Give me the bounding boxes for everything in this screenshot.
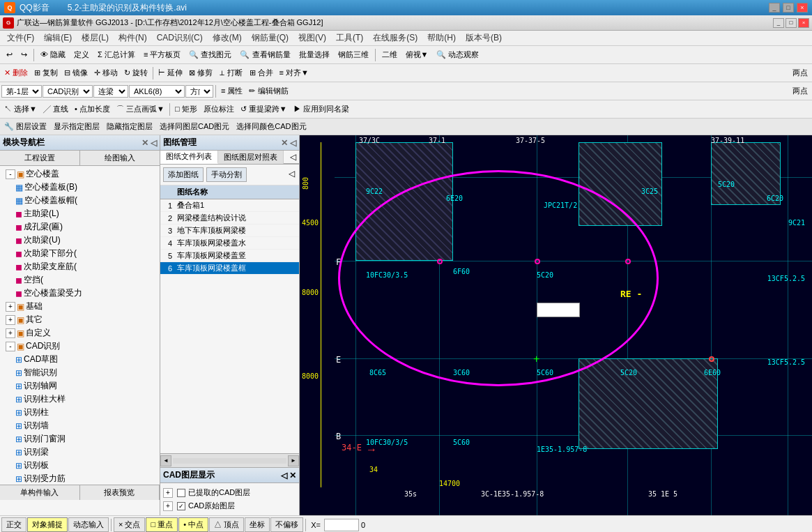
btn-midpoint[interactable]: • 中点: [178, 517, 208, 532]
toolbar-define[interactable]: 定义: [70, 47, 93, 62]
expand-cad-id[interactable]: -: [6, 342, 15, 351]
expand-extracted[interactable]: +: [163, 488, 173, 498]
layer-select-same[interactable]: 选择同图层CAD图元: [157, 120, 232, 133]
cad-id-select[interactable]: CAD识别: [43, 85, 93, 98]
btn-orthogonal[interactable]: 正交: [1, 517, 26, 532]
toolbar-redo[interactable]: ↪: [17, 48, 31, 61]
toolbar-2d[interactable]: 二维: [378, 47, 401, 62]
toolbar-view-rebar[interactable]: 🔍 查看钢筋量: [236, 47, 293, 62]
layer-select-color[interactable]: 选择同颜色CAD图元: [233, 120, 309, 133]
tab-file-list[interactable]: 图纸文件列表: [160, 151, 218, 164]
tree-item-id-door[interactable]: ⊞ 识别门窗洞: [1, 432, 158, 446]
toolbar-undo[interactable]: ↩: [3, 48, 16, 61]
expand-others[interactable]: +: [6, 315, 15, 325]
beam-id-select[interactable]: AKL6(8): [129, 85, 185, 98]
layer-select[interactable]: 第-1层: [1, 85, 42, 98]
toolbar-floor-plan[interactable]: ≡ 平方板页: [140, 47, 184, 62]
layer-settings[interactable]: 🔧 图层设置: [1, 120, 49, 133]
app-maximize-btn[interactable]: □: [786, 18, 797, 28]
beam-type-select[interactable]: 连梁: [93, 85, 128, 98]
scroll-right[interactable]: ►: [288, 455, 299, 466]
toolbar-view-mode[interactable]: 俯视▼: [402, 47, 432, 62]
nav-draw-input[interactable]: 绘图输入: [80, 151, 160, 165]
app-close-btn[interactable]: ×: [798, 18, 809, 28]
toolbar-two-pts[interactable]: 两点: [790, 66, 811, 79]
drawing-row-6[interactable]: 6 车库顶板网梁楼盖框: [160, 262, 299, 275]
tree-item-foundation[interactable]: + ▣ 基础: [1, 300, 158, 313]
toolbar-move[interactable]: ✛ 移动: [91, 66, 121, 79]
nav-eng-settings[interactable]: 工程设置: [0, 151, 80, 165]
tree-item-board[interactable]: ▦ 空心楼盖板(B): [1, 181, 158, 194]
cad-layer-original[interactable]: + ✓ CAD原始图层: [163, 499, 296, 512]
tree-item-sub-beam-seat[interactable]: ◼ 次助梁支座筋(: [1, 260, 158, 273]
tree-item-main-beam[interactable]: ◼ 主助梁(L): [1, 207, 158, 220]
menu-file[interactable]: 文件(F): [3, 31, 38, 45]
menu-help[interactable]: 帮助(H): [423, 31, 460, 45]
toolbar-extend[interactable]: ⊢ 延伸: [155, 66, 185, 79]
checkbox-extracted[interactable]: [177, 489, 185, 497]
expand-foundation[interactable]: +: [6, 302, 15, 312]
menu-component[interactable]: 构件(N): [114, 31, 151, 45]
nav-tree[interactable]: - ▣ 空心楼盖 ▦ 空心楼盖板(B) ▦ 空心楼盖板帽( ◼ 主助梁(L): [0, 166, 160, 485]
draw-line[interactable]: ╱ 直线: [40, 102, 71, 116]
expand-original[interactable]: +: [163, 501, 173, 511]
drawing-row-5[interactable]: 5 车库顶板网梁楼盖竖: [160, 250, 299, 262]
checkbox-original[interactable]: ✓: [177, 502, 185, 510]
draw-apply-same[interactable]: ▶ 应用到同名梁: [291, 102, 352, 116]
menu-online[interactable]: 在线服务(S): [369, 31, 422, 45]
manual-split-btn[interactable]: 手动分割: [206, 167, 247, 182]
drawing-mgr-close[interactable]: ✕ ◁: [281, 138, 296, 148]
toolbar-align[interactable]: ≡ 对齐▼: [277, 66, 312, 79]
tab-layer-map[interactable]: 图纸图层对照表: [218, 151, 284, 164]
direction-select[interactable]: 方向: [185, 85, 213, 98]
draw-rect[interactable]: □ 矩形: [172, 102, 200, 116]
drawing-row-4[interactable]: 4 车库顶板网梁楼盖水: [160, 237, 299, 250]
add-drawing-btn[interactable]: 添加图纸: [163, 167, 204, 182]
toolbar-sigma[interactable]: Σ 汇总计算: [94, 47, 139, 62]
menu-floor[interactable]: 楼层(L): [77, 31, 113, 45]
tree-item-hole-beam[interactable]: ◼ 成孔梁(匾): [1, 220, 158, 234]
minimize-btn[interactable]: _: [769, 3, 780, 13]
maximize-btn[interactable]: □: [783, 3, 794, 13]
toolbar-two-pts2[interactable]: 两点: [790, 84, 811, 98]
tree-item-rebar[interactable]: ◼ 空心楼盖梁受力: [1, 287, 158, 300]
tree-item-id-beam[interactable]: ⊞ 识别梁: [1, 446, 158, 459]
menu-edit[interactable]: 编辑(E): [40, 31, 76, 45]
cad-layer-expand[interactable]: ◁ ✕: [281, 471, 296, 480]
tree-item-gap[interactable]: ◼ 空挡(: [1, 273, 158, 287]
btn-intersection[interactable]: × 交点: [114, 517, 145, 532]
menu-version[interactable]: 版本号(B): [461, 31, 506, 45]
btn-coords[interactable]: 坐标: [245, 517, 270, 532]
app-minimize-btn[interactable]: _: [773, 18, 784, 28]
tree-item-custom[interactable]: + ▣ 自定义: [1, 326, 158, 340]
tree-item-others[interactable]: + ▣ 其它: [1, 313, 158, 326]
scroll-left[interactable]: ◄: [160, 455, 171, 466]
draw-select[interactable]: ↖ 选择▼: [1, 102, 40, 116]
toolbar-edit-rebar[interactable]: ✏ 编辑钢筋: [246, 84, 291, 98]
tree-item-kongxin[interactable]: - ▣ 空心楼盖: [1, 167, 158, 181]
btn-endpoint[interactable]: □ 重点: [146, 517, 178, 532]
tree-item-id-col[interactable]: ⊞ 识别柱: [1, 406, 158, 419]
toolbar-rotate[interactable]: ↻ 旋转: [121, 66, 151, 79]
btn-dynamic-input[interactable]: 动态输入: [68, 517, 109, 532]
draw-arc[interactable]: ⌒ 三点画弧▼: [114, 102, 167, 116]
tree-item-board-cap[interactable]: ▦ 空心楼盖板帽(: [1, 194, 158, 207]
drawing-scrollbar[interactable]: ◄ ►: [160, 453, 299, 467]
drawing-actions-expand[interactable]: ◁: [287, 167, 296, 182]
tree-item-id-rebar[interactable]: ⊞ 识别受力筋: [1, 472, 158, 485]
toolbar-dynamic-view[interactable]: 🔍 动态观察: [433, 47, 482, 62]
tree-item-id-axis[interactable]: ⊞ 识别轴网: [1, 379, 158, 393]
toolbar-delete[interactable]: ✕ 删除: [1, 66, 31, 79]
tree-item-id-col-detail[interactable]: ⊞ 识别柱大样: [1, 393, 158, 406]
menu-tools[interactable]: 工具(T): [332, 31, 367, 45]
toolbar-copy[interactable]: ⊞ 复制: [31, 66, 61, 79]
toolbar-trim[interactable]: ⊠ 修剪: [186, 66, 215, 79]
tree-item-smart-id[interactable]: ⊞ 智能识别: [1, 366, 158, 379]
btn-snap[interactable]: 对象捕捉: [27, 517, 68, 532]
report-preview-btn[interactable]: 报表预览: [80, 485, 160, 500]
layer-show[interactable]: 显示指定图层: [51, 120, 102, 133]
btn-vertex[interactable]: △ 顶点: [209, 517, 244, 532]
toolbar-batch-select[interactable]: 批量选择: [296, 47, 333, 62]
tree-item-cad-sketch[interactable]: ⊞ CAD草图: [1, 353, 158, 366]
drawing-row-3[interactable]: 3 地下车库顶板网梁楼: [160, 225, 299, 237]
